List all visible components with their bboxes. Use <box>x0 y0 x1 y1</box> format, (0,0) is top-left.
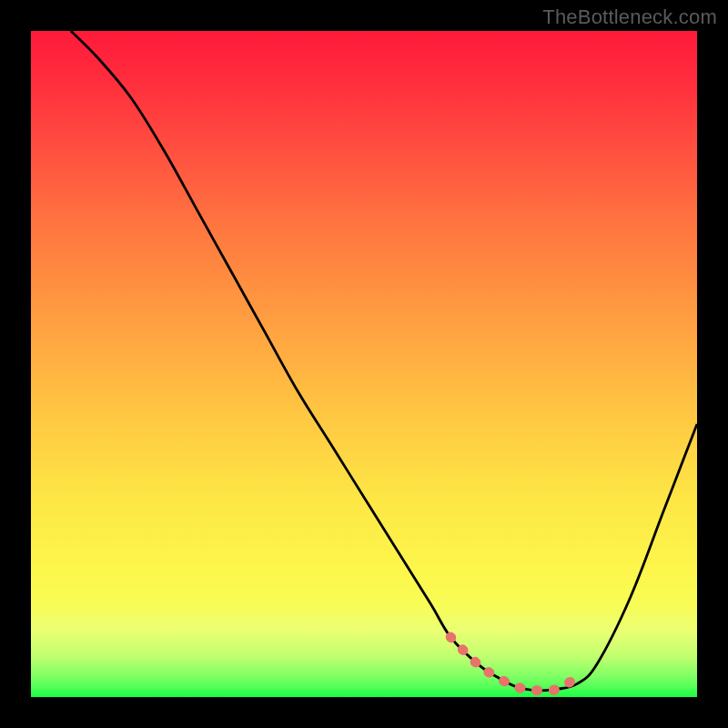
bottleneck-curve-line <box>71 31 697 691</box>
chart-plot-area <box>31 31 697 697</box>
chart-svg <box>31 31 697 697</box>
watermark-text: TheBottleneck.com <box>542 5 717 29</box>
optimal-range-marker-line <box>450 637 577 691</box>
